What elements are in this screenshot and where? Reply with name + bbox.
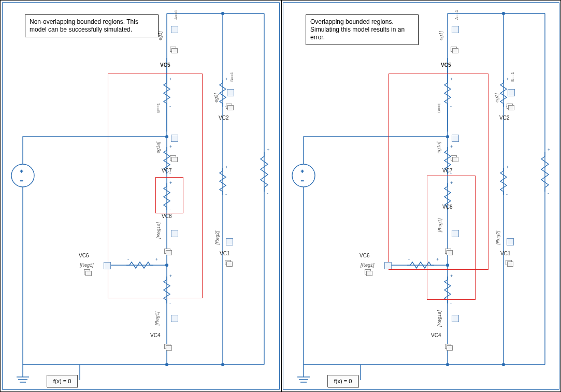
goto-block-4 bbox=[171, 230, 178, 237]
svg-text:-: - bbox=[169, 207, 171, 212]
svg-text:+: + bbox=[548, 147, 550, 152]
svg-text:+: + bbox=[225, 77, 228, 82]
r-lbl-Reg1: [Reg1] bbox=[361, 263, 375, 268]
svg-text:-: - bbox=[506, 192, 508, 197]
svg-point-24 bbox=[292, 164, 315, 187]
r-goto-2 bbox=[508, 89, 515, 96]
r-lbl-VC4: VC4 bbox=[431, 332, 441, 338]
goto-block bbox=[171, 26, 178, 33]
right-panel: Overlapping bounded regions. Simulating … bbox=[283, 2, 559, 390]
svg-point-5 bbox=[166, 264, 168, 267]
solver-block-left: f(x) = 0 bbox=[47, 375, 78, 387]
svg-text:+: + bbox=[506, 165, 509, 170]
r-lbl-Reg2: [Reg2] bbox=[495, 231, 500, 245]
svg-text:+: + bbox=[169, 144, 172, 149]
lbl-VC5: VC5 bbox=[160, 62, 170, 68]
svg-point-4 bbox=[222, 12, 224, 15]
lbl-VC2: VC2 bbox=[219, 115, 228, 121]
lbl-VC8: VC8 bbox=[162, 213, 171, 219]
subsys-icon bbox=[170, 47, 177, 53]
svg-text:+: + bbox=[169, 273, 172, 279]
svg-text:-: - bbox=[225, 192, 227, 197]
diagram-canvas: Non-overlapping bounded regions. This mo… bbox=[0, 0, 561, 392]
r-subsys-7 bbox=[506, 260, 513, 266]
r-goto-5 bbox=[384, 262, 392, 269]
lbl-VC1: VC1 bbox=[220, 251, 229, 256]
lbl-eg1a: eg1a] bbox=[155, 142, 161, 154]
svg-text:-: - bbox=[450, 300, 452, 306]
svg-point-7 bbox=[222, 364, 224, 366]
svg-point-29 bbox=[447, 264, 449, 267]
r-goto-7 bbox=[507, 238, 514, 245]
goto-block-2 bbox=[227, 89, 234, 96]
goto-block-5 bbox=[104, 262, 111, 269]
lbl-eg1: eg1] bbox=[157, 31, 163, 40]
svg-point-0 bbox=[11, 164, 34, 187]
r-goto-3 bbox=[452, 135, 459, 142]
goto-block-7 bbox=[226, 238, 233, 245]
lbl-Reg1b: [Reg1] bbox=[154, 312, 160, 326]
r-goto-4 bbox=[452, 230, 459, 237]
svg-text:+: + bbox=[155, 257, 158, 262]
goto-block-3 bbox=[171, 135, 178, 142]
svg-point-31 bbox=[502, 364, 505, 366]
svg-text:+: + bbox=[225, 165, 228, 170]
r-lbl-VC7: VC7 bbox=[442, 168, 452, 173]
subsys-icon-5 bbox=[84, 269, 91, 275]
r-lbl-VC8: VC8 bbox=[442, 204, 452, 210]
svg-text:+: + bbox=[169, 180, 172, 185]
svg-text:-: - bbox=[127, 257, 129, 262]
svg-point-30 bbox=[447, 364, 449, 366]
lbl-Bl: B==1 bbox=[156, 103, 161, 113]
lbl-eg2: eg2] bbox=[213, 93, 219, 103]
lbl-Reg1: [Reg1] bbox=[80, 263, 94, 268]
lbl-A: A==1 bbox=[174, 10, 178, 20]
r-subsys-6 bbox=[445, 344, 452, 350]
svg-point-28 bbox=[502, 12, 505, 15]
r-lbl-eg2: eg2] bbox=[494, 93, 499, 103]
svg-text:-: - bbox=[408, 257, 410, 262]
subsys-icon-6 bbox=[164, 344, 171, 350]
r-lbl-eg1a: eg1a] bbox=[436, 142, 441, 154]
r-subsys-4 bbox=[445, 249, 452, 255]
svg-text:+: + bbox=[450, 180, 453, 185]
r-lbl-Reg1a: [Reg1a] bbox=[437, 310, 442, 327]
svg-text:+: + bbox=[506, 77, 509, 82]
r-lbl-VC5: VC5 bbox=[441, 62, 451, 68]
r-subsys-2 bbox=[507, 104, 514, 110]
lbl-VC6: VC6 bbox=[79, 253, 89, 258]
left-panel: Non-overlapping bounded regions. This mo… bbox=[2, 2, 280, 390]
r-lbl-A: A==1 bbox=[454, 10, 459, 20]
svg-text:+: + bbox=[169, 77, 172, 82]
fx-label-r: f(x) = 0 bbox=[334, 378, 352, 384]
r-goto-1 bbox=[452, 26, 459, 33]
r-lbl-VC1: VC1 bbox=[500, 251, 510, 256]
lbl-VC4: VC4 bbox=[150, 332, 160, 338]
right-circuit-svg: + − bbox=[283, 2, 559, 390]
svg-text:-: - bbox=[450, 104, 452, 109]
lbl-Reg2: [Reg2] bbox=[214, 231, 220, 245]
svg-text:+: + bbox=[450, 273, 453, 279]
svg-text:-: - bbox=[169, 300, 171, 306]
r-lbl-Reg1c: [Reg1] bbox=[437, 219, 442, 233]
subsys-icon-7 bbox=[225, 260, 232, 266]
svg-text:−: − bbox=[20, 178, 23, 183]
lbl-Reg1a: [Reg1a] bbox=[156, 222, 161, 239]
svg-point-6 bbox=[166, 364, 168, 366]
r-lbl-eg1: eg1] bbox=[438, 31, 443, 40]
svg-text:−: − bbox=[301, 178, 304, 183]
r-subsys-3 bbox=[451, 155, 458, 162]
svg-text:+: + bbox=[450, 77, 453, 82]
subsys-icon-2 bbox=[226, 104, 233, 110]
svg-text:-: - bbox=[169, 104, 171, 109]
r-lbl-VC2: VC2 bbox=[499, 115, 509, 121]
svg-text:-: - bbox=[548, 191, 549, 196]
r-goto-6 bbox=[452, 315, 459, 322]
svg-text:+: + bbox=[301, 169, 304, 174]
lbl-VC7: VC7 bbox=[162, 168, 171, 173]
r-lbl-Br: B==1 bbox=[510, 72, 515, 82]
svg-text:+: + bbox=[436, 257, 439, 262]
r-lbl-VC6: VC6 bbox=[359, 253, 369, 258]
subsys-icon-3 bbox=[170, 155, 177, 162]
solver-block-right: f(x) = 0 bbox=[327, 375, 358, 387]
